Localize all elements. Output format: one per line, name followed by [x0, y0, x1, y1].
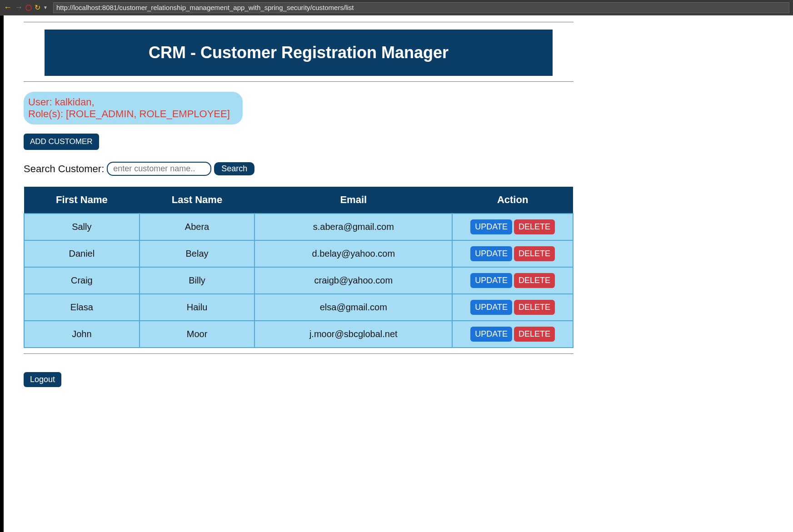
page-title: CRM - Customer Registration Manager [54, 43, 544, 62]
cell-first-name: Craig [24, 267, 140, 294]
delete-button[interactable]: DELETE [514, 246, 555, 261]
add-customer-button[interactable]: ADD CUSTOMER [24, 134, 99, 150]
table-row: CraigBillycraigb@yahoo.comUPDATEDELETE [24, 267, 573, 294]
user-role-badge: User: kalkidan, Role(s): [ROLE_ADMIN, RO… [24, 92, 243, 124]
table-row: JohnMoorj.moor@sbcglobal.netUPDATEDELETE [24, 321, 573, 348]
table-row: SallyAberas.abera@gmail.comUPDATEDELETE [24, 214, 573, 240]
divider [24, 353, 574, 354]
update-button[interactable]: UPDATE [470, 327, 512, 342]
cell-email: j.moor@sbcglobal.net [254, 321, 452, 348]
search-input[interactable] [107, 162, 211, 176]
back-arrow-icon[interactable]: ← [4, 3, 12, 12]
url-bar[interactable] [53, 2, 789, 13]
cell-action: UPDATEDELETE [452, 214, 573, 240]
cell-email: craigb@yahoo.com [254, 267, 452, 294]
cell-last-name: Hailu [140, 294, 255, 321]
col-header-email: Email [254, 187, 452, 214]
delete-button[interactable]: DELETE [514, 273, 555, 288]
stop-icon[interactable] [25, 5, 32, 11]
cell-action: UPDATEDELETE [452, 321, 573, 348]
cell-last-name: Billy [140, 267, 255, 294]
cell-last-name: Abera [140, 214, 255, 240]
cell-last-name: Belay [140, 240, 255, 267]
browser-toolbar: ← → ↻ ▼ [0, 0, 793, 15]
table-row: ElasaHailuelsa@gmail.comUPDATEDELETE [24, 294, 573, 321]
cell-last-name: Moor [140, 321, 255, 348]
cell-first-name: Elasa [24, 294, 140, 321]
divider [24, 22, 574, 22]
table-row: DanielBelayd.belay@yahoo.comUPDATEDELETE [24, 240, 573, 267]
cell-first-name: Sally [24, 214, 140, 240]
cell-action: UPDATEDELETE [452, 240, 573, 267]
cell-email: d.belay@yahoo.com [254, 240, 452, 267]
search-label: Search Customer: [24, 163, 104, 175]
update-button[interactable]: UPDATE [470, 246, 512, 261]
cell-first-name: Daniel [24, 240, 140, 267]
col-header-last-name: Last Name [140, 187, 255, 214]
cell-email: elsa@gmail.com [254, 294, 452, 321]
divider [24, 81, 574, 82]
customers-table: First Name Last Name Email Action SallyA… [24, 187, 574, 348]
logout-button[interactable]: Logout [24, 372, 61, 387]
col-header-action: Action [452, 187, 573, 214]
cell-action: UPDATEDELETE [452, 294, 573, 321]
delete-button[interactable]: DELETE [514, 327, 555, 342]
cell-email: s.abera@gmail.com [254, 214, 452, 240]
roles-line: Role(s): [ROLE_ADMIN, ROLE_EMPLOYEE] [28, 108, 230, 120]
search-row: Search Customer: Search [24, 162, 574, 176]
update-button[interactable]: UPDATE [470, 300, 512, 315]
page-header-banner: CRM - Customer Registration Manager [45, 30, 553, 76]
forward-arrow-icon[interactable]: → [15, 3, 23, 12]
col-header-first-name: First Name [24, 187, 140, 214]
update-button[interactable]: UPDATE [470, 219, 512, 234]
reload-icon[interactable]: ↻ [35, 3, 40, 12]
chevron-down-icon[interactable]: ▼ [43, 5, 48, 10]
cell-first-name: John [24, 321, 140, 348]
search-button[interactable]: Search [214, 162, 254, 175]
update-button[interactable]: UPDATE [470, 273, 512, 288]
table-header-row: First Name Last Name Email Action [24, 187, 573, 214]
cell-action: UPDATEDELETE [452, 267, 573, 294]
delete-button[interactable]: DELETE [514, 219, 555, 234]
user-line: User: kalkidan, [28, 96, 230, 108]
delete-button[interactable]: DELETE [514, 300, 555, 315]
